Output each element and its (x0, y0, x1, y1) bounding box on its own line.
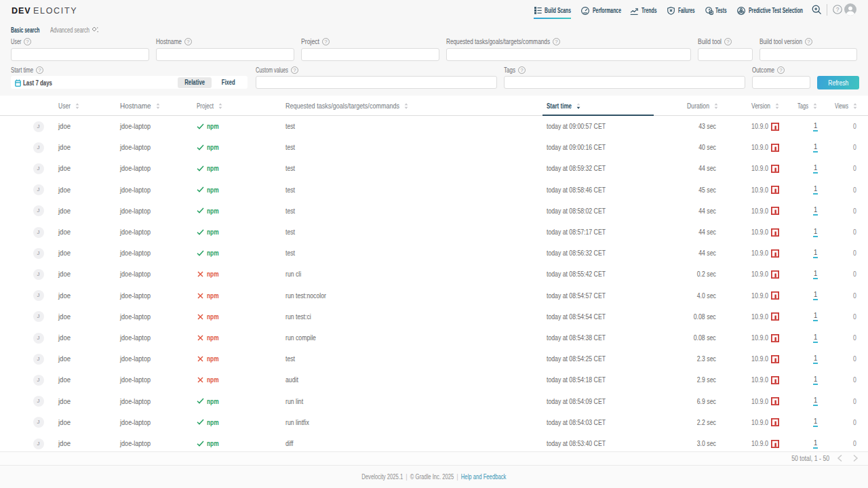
svg-text:?: ? (836, 6, 840, 13)
